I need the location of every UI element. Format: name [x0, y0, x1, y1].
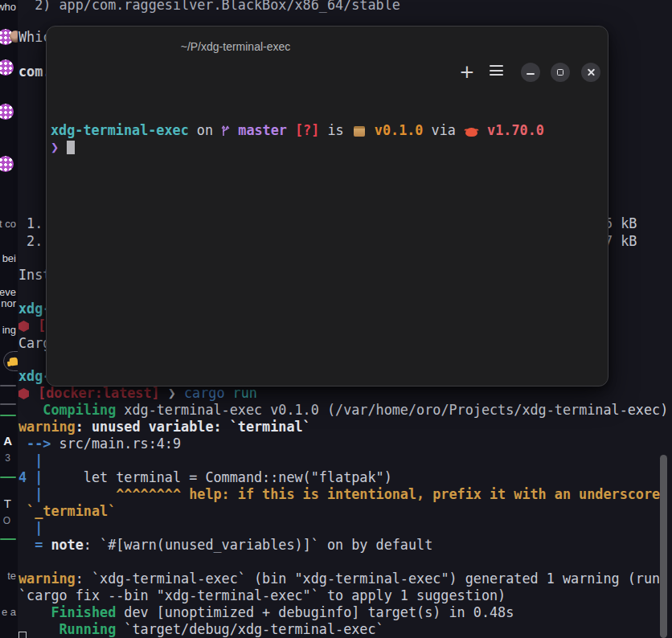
- chat-text-fragment: O: [3, 515, 10, 526]
- terminal-text: on: [189, 122, 221, 138]
- hamburger-icon: [490, 65, 503, 67]
- avatar: [0, 104, 14, 120]
- terminal-text: warning: [18, 419, 76, 435]
- chat-text-fragment: T: [4, 497, 11, 510]
- hexagon-icon: [18, 321, 29, 332]
- terminal-text: Compiling: [18, 402, 116, 418]
- avatar: [10, 31, 18, 43]
- branch-icon: [221, 125, 230, 137]
- hexagon-icon: [18, 388, 29, 399]
- terminal-text: 2.: [18, 233, 43, 249]
- terminal-line: Compiling xdg-terminal-exec v0.1.0 (/var…: [18, 402, 668, 419]
- terminal-line: 1.: [18, 215, 43, 232]
- terminal-line: warning: `xdg-terminal-exec` (bin "xdg-t…: [18, 571, 660, 587]
- terminal-content[interactable]: xdg-terminal-exec on master [?] is v0.1.…: [47, 68, 608, 386]
- scrollbar-thumb[interactable]: [660, 455, 667, 638]
- terminal-text: v0.1.0: [367, 122, 424, 138]
- chat-text-fragment: who: [0, 1, 16, 13]
- chat-text-fragment: nor: [1, 297, 16, 309]
- terminal-text: ❯: [51, 139, 59, 155]
- avatar: [0, 59, 14, 76]
- terminal-text: dev [unoptimized + debuginfo] target(s) …: [116, 604, 514, 620]
- terminal-text: v1.70.0: [479, 122, 544, 138]
- terminal-line: = note: `#[warn(unused_variables)]` on b…: [18, 537, 432, 554]
- chat-text-fragment: 3: [5, 452, 10, 464]
- terminal-text: cargo: [184, 385, 225, 401]
- terminal-text: |: [18, 486, 43, 502]
- terminal-text: |: [18, 520, 43, 536]
- terminal-text: ^^^^^^^^ help: if this is intentional, p…: [43, 486, 668, 502]
- terminal-line: 7 kB: [604, 233, 637, 250]
- titlebar[interactable]: ~/P/xdg-terminal-exec +: [47, 27, 608, 68]
- terminal-line: Running `target/debug/xdg-terminal-exec`: [18, 621, 384, 638]
- terminal-line: | ^^^^^^^^ help: if this is intentional,…: [18, 486, 668, 503]
- terminal-text: `_terminal`: [18, 503, 116, 519]
- terminal-text: `target/debug/xdg-terminal-exec`: [116, 621, 383, 637]
- terminal-cursor: [67, 141, 75, 154]
- terminal-line: [docker:latest] ❯ cargo run: [18, 385, 257, 402]
- desktop: whot cobeievenoringA3TOtee a 2) app/com.…: [0, 0, 672, 638]
- chat-text-fragment: ing: [2, 324, 16, 336]
- unfocused-terminal-cursor: [18, 632, 27, 638]
- terminal-text: 4 |: [18, 469, 43, 485]
- terminal-text: =: [18, 537, 43, 553]
- terminal-text: 7 kB: [604, 233, 637, 249]
- terminal-line: ❯: [51, 139, 75, 156]
- background-chat-sidebar[interactable]: whot cobeievenoringA3TOtee a: [0, 0, 18, 638]
- window-title: ~/P/xdg-terminal-exec: [47, 40, 424, 53]
- terminal-text: warning: [18, 571, 76, 587]
- terminal-text: 2) app/com.raggesilver.BlackBox/x86_64/s…: [18, 0, 400, 13]
- terminal-text: Running: [18, 621, 116, 637]
- terminal-line: `_terminal`: [18, 503, 116, 520]
- terminal-line: warning: unused variable: `terminal`: [18, 419, 311, 436]
- terminal-text: [docker:latest]: [30, 385, 160, 401]
- chat-divider: [0, 476, 16, 478]
- terminal-text: run: [225, 385, 257, 401]
- chat-divider: [0, 385, 16, 386]
- package-icon: [354, 126, 365, 137]
- terminal-text: 5 kB: [604, 215, 637, 231]
- avatar: [0, 156, 14, 172]
- terminal-text: is: [319, 122, 351, 138]
- chat-divider: [0, 415, 16, 416]
- terminal-text: src/main.rs:4:9: [59, 436, 182, 452]
- terminal-text: xdg-terminal-exec v0.1.0 (/var/home/oro/…: [116, 402, 668, 418]
- chat-divider: [0, 538, 16, 540]
- reaction-pill[interactable]: [3, 351, 18, 371]
- chat-divider: [0, 403, 16, 405]
- terminal-text: `cargo fix --bin "xdg-terminal-exec"` to…: [18, 587, 506, 603]
- terminal-text: note: [43, 537, 84, 553]
- terminal-text: : unused variable: `terminal`: [76, 419, 311, 435]
- terminal-text: Finished: [18, 604, 116, 620]
- chat-text-fragment: A: [3, 434, 12, 448]
- thumbs-up-icon: [9, 357, 18, 366]
- terminal-line: 4 | let terminal = Command::new("flatpak…: [18, 469, 392, 486]
- terminal-text: [?]: [295, 122, 319, 138]
- terminal-line: Finished dev [unoptimized + debuginfo] t…: [18, 604, 514, 621]
- chat-text-fragment: te: [7, 570, 16, 582]
- terminal-text: 1.: [18, 215, 43, 231]
- floating-terminal-window[interactable]: ~/P/xdg-terminal-exec + xdg-terminal-exe…: [46, 26, 608, 386]
- terminal-line: 5 kB: [604, 215, 637, 232]
- chat-text-fragment: e a: [2, 606, 16, 618]
- terminal-text: -->: [18, 436, 59, 452]
- chat-text-fragment: bei: [2, 252, 16, 264]
- terminal-line: |: [18, 452, 43, 469]
- terminal-line: `cargo fix --bin "xdg-terminal-exec"` to…: [18, 587, 506, 604]
- terminal-line: --> src/main.rs:4:9: [18, 436, 181, 452]
- terminal-line: |: [18, 520, 43, 537]
- terminal-line: 2) app/com.raggesilver.BlackBox/x86_64/s…: [18, 0, 400, 14]
- chat-text-fragment: t co: [0, 218, 16, 230]
- crab-icon: [465, 128, 477, 137]
- terminal-text: let terminal = Command::new("flatpak"): [43, 469, 391, 485]
- terminal-text: via: [423, 122, 464, 138]
- terminal-line: 2.: [18, 233, 43, 250]
- chat-text-fragment: eve: [0, 286, 16, 298]
- terminal-text: ❯: [160, 385, 184, 401]
- terminal-text: : `#[warn(unused_variables)]` on by defa…: [84, 537, 432, 553]
- terminal-text: master: [230, 122, 295, 138]
- terminal-line: xdg-terminal-exec on master [?] is v0.1.…: [51, 122, 544, 139]
- terminal-text: xdg-terminal-exec: [51, 122, 189, 138]
- terminal-text: |: [18, 452, 43, 468]
- terminal-text: : `xdg-terminal-exec` (bin "xdg-terminal…: [76, 571, 660, 587]
